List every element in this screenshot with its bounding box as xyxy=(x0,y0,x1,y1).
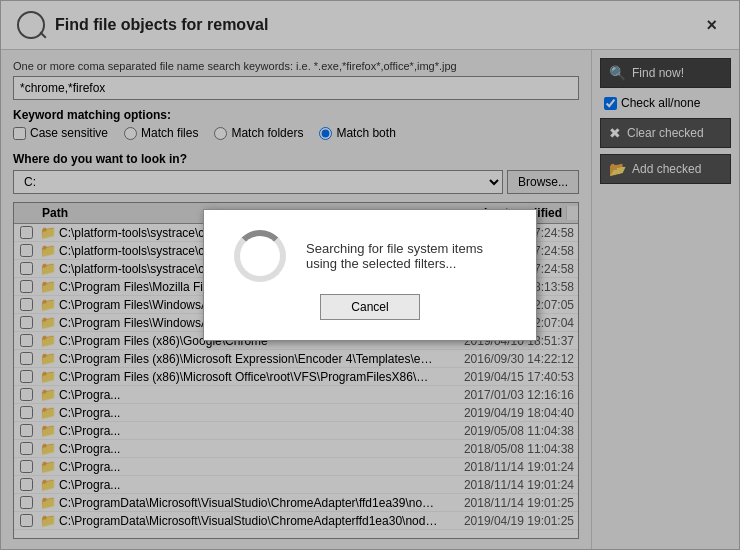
spinner-overlay: Searching for file system items using th… xyxy=(1,1,739,549)
cancel-button[interactable]: Cancel xyxy=(320,294,419,320)
spinner-icon xyxy=(234,230,286,282)
spinner-row: Searching for file system items using th… xyxy=(234,230,506,282)
spinner-dialog: Searching for file system items using th… xyxy=(203,209,537,341)
spinner-text: Searching for file system items using th… xyxy=(306,241,506,271)
main-dialog: Find file objects for removal × One or m… xyxy=(0,0,740,550)
